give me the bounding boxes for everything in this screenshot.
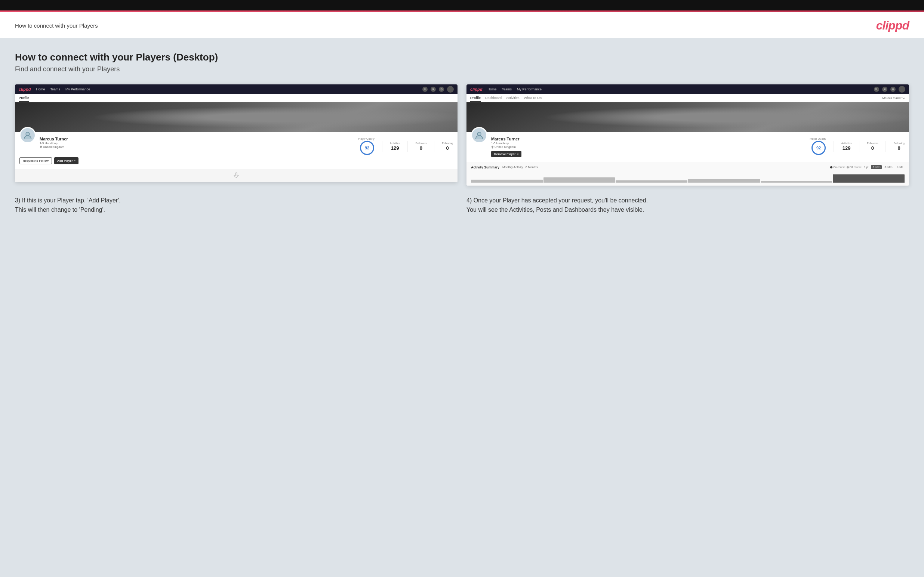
divider-2-right [859, 141, 859, 152]
divider-1-right [834, 141, 834, 152]
mock-logo-left: clippd [19, 87, 31, 92]
bar-group-2 [543, 177, 615, 183]
mock-logo-right: clippd [470, 87, 482, 92]
avatar-right [471, 127, 488, 143]
player-handicap-left: 1-5 Handicap [40, 142, 354, 145]
time-btn-1mth[interactable]: 1 mth [895, 165, 905, 169]
profile-row-left: Marcus Turner 1-5 Handicap United Kingdo… [19, 135, 453, 155]
top-bar-accent [0, 10, 924, 12]
user-icon-right [882, 87, 887, 92]
avatar-left [19, 127, 36, 143]
action-buttons-left: Request to Follow Add Player + [19, 157, 453, 164]
remove-player-button[interactable]: Remove Player × [491, 151, 522, 157]
divider-3-left [434, 141, 435, 152]
activity-title: Activity Summary [471, 166, 499, 169]
bar-group-5 [761, 181, 832, 183]
remove-player-wrap: Remove Player × [491, 151, 528, 157]
profile-row-right: Marcus Turner 1-5 Handicap United Kingdo… [471, 135, 905, 157]
user-icon-left [431, 87, 436, 92]
divider-2-left [407, 141, 408, 152]
nav-avatar-right [898, 86, 905, 93]
svg-point-2 [433, 88, 434, 89]
player-location-right: United Kingdom [491, 145, 528, 148]
scroll-hint-left [15, 169, 457, 182]
bar-3 [615, 181, 687, 183]
legend-offcourse: Off course [846, 166, 862, 168]
mock-tabs-left: Profile [15, 94, 457, 102]
avatar-wrap-right [471, 127, 488, 143]
profile-info-left: Marcus Turner 1-5 Handicap United Kingdo… [40, 135, 354, 148]
page-header: How to connect with your Players clippd [0, 12, 924, 38]
activity-controls: On course Off course 1 yr 6 mths 3 mths … [830, 165, 905, 169]
player-handicap-right: 1-5 Handicap [491, 142, 528, 145]
profile-body-left: Marcus Turner 1-5 Handicap United Kingdo… [15, 132, 457, 169]
svg-line-1 [425, 90, 426, 90]
player-name-left: Marcus Turner [40, 137, 354, 141]
mock-nav-performance-left: My Performance [65, 87, 90, 91]
stats-row-right: Player Quality 92 Activities 129 Followe… [532, 135, 905, 155]
svg-point-9 [892, 89, 893, 90]
stat-followers-right: Followers 0 [867, 142, 878, 151]
screenshot-left: clippd Home Teams My Performance [15, 84, 457, 185]
legend-dot-oncourse [830, 166, 832, 168]
caption-text-right: 4) Once your Player has accepted your re… [467, 196, 909, 215]
activity-period: Monthly Activity · 6 Months [502, 166, 538, 169]
mock-navbar-right: clippd Home Teams My Performance [467, 84, 909, 94]
legend-dot-offcourse [846, 166, 849, 168]
captions-row: 3) If this is your Player tap, 'Add Play… [15, 196, 909, 215]
stats-row-left: Player Quality 92 Activities 129 Followe… [358, 135, 453, 155]
activity-title-group: Activity Summary Monthly Activity · 6 Mo… [471, 166, 538, 169]
svg-point-3 [441, 89, 442, 90]
page-heading: How to connect with your Players (Deskto… [15, 52, 909, 63]
avatar-wrap-left [19, 127, 36, 143]
svg-point-6 [876, 88, 877, 90]
quality-wrap-right: Player Quality 92 [809, 137, 826, 155]
mock-nav-performance-right: My Performance [517, 87, 542, 91]
main-content: How to connect with your Players (Deskto… [0, 38, 924, 577]
tab-whattoworkon-right[interactable]: What To On [524, 94, 542, 102]
quality-circle-left: 92 [360, 141, 374, 155]
svg-line-7 [877, 90, 878, 90]
legend-oncourse: On course [830, 166, 845, 168]
time-btn-3mths[interactable]: 3 mths [883, 165, 894, 169]
mock-nav-home-right: Home [488, 87, 496, 91]
caption-left: 3) If this is your Player tap, 'Add Play… [15, 196, 457, 215]
bar-group-3 [615, 181, 687, 183]
mock-nav-icons-left [422, 86, 454, 93]
activity-header: Activity Summary Monthly Activity · 6 Mo… [471, 165, 905, 169]
search-icon-left [422, 87, 428, 92]
quality-label-left: Player Quality [358, 137, 375, 140]
stat-activities-right: Activities 129 [842, 142, 852, 151]
settings-icon-left [439, 87, 444, 92]
stat-activities-left: Activities 129 [390, 142, 400, 151]
request-follow-button[interactable]: Request to Follow [19, 157, 52, 164]
time-btn-6mths[interactable]: 6 mths [871, 165, 882, 169]
add-player-button[interactable]: Add Player + [54, 157, 79, 164]
tab-activities-right[interactable]: Activities [506, 94, 520, 102]
banner-img-left [15, 102, 457, 132]
header-title: How to connect with your Players [15, 23, 98, 29]
user-dropdown-label-right[interactable]: Marcus Turner [882, 96, 905, 100]
player-name-right: Marcus Turner [491, 137, 528, 141]
stat-following-right: Following 0 [893, 142, 905, 151]
search-icon-right [874, 87, 879, 92]
mock-tabs-right: Profile Dashboard Activities What To On [470, 94, 542, 102]
mock-nav-teams-left: Teams [50, 87, 60, 91]
chart-area [471, 171, 905, 183]
bar-4 [688, 179, 760, 183]
bar-2 [543, 177, 615, 183]
user-dropdown-right[interactable] [898, 86, 905, 93]
mock-navbar-left: clippd Home Teams My Performance [15, 84, 457, 94]
profile-body-right: Marcus Turner 1-5 Handicap United Kingdo… [467, 132, 909, 162]
profile-info-right: Marcus Turner 1-5 Handicap United Kingdo… [491, 135, 528, 157]
tab-profile-right[interactable]: Profile [470, 94, 481, 102]
mock-nav-home-left: Home [36, 87, 45, 91]
player-location-left: United Kingdom [40, 145, 354, 148]
svg-point-0 [424, 88, 425, 90]
tab-profile-left[interactable]: Profile [19, 94, 29, 102]
time-btn-1yr[interactable]: 1 yr [863, 165, 870, 169]
tab-dashboard-right[interactable]: Dashboard [485, 94, 502, 102]
caption-text-left: 3) If this is your Player tap, 'Add Play… [15, 196, 457, 215]
divider-3-right [885, 141, 886, 152]
mock-app-right: clippd Home Teams My Performance [467, 84, 909, 185]
